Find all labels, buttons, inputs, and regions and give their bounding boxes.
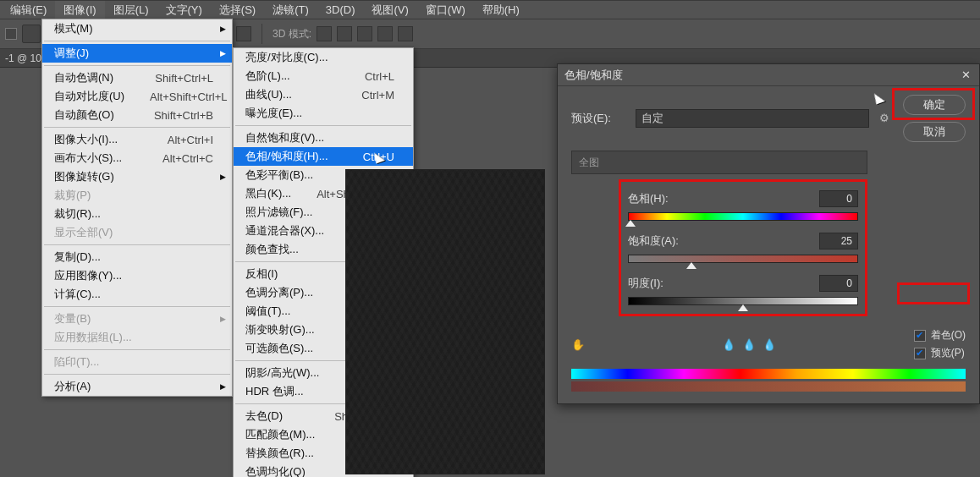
menu-auto-contrast[interactable]: 自动对比度(U)Alt+Shift+Ctrl+L [42,87,232,106]
sliders-highlight: 色相(H): 0 饱和度(A): 25 明度(I): 0 [619,179,867,316]
preview-checkbox[interactable]: ✔预览(P) [914,346,965,360]
menu-levels[interactable]: 色阶(L)...Ctrl+L [234,67,413,85]
saturation-slider[interactable] [628,255,858,263]
hue-bar-bottom [571,381,966,392]
menu-filter[interactable]: 滤镜(T) [264,1,317,19]
3d-orbit-icon[interactable] [317,26,332,41]
hue-value[interactable]: 0 [819,190,858,207]
menu-window[interactable]: 窗口(W) [417,1,474,19]
menu-3d[interactable]: 3D(D) [317,2,364,18]
saturation-label: 饱和度(A): [628,233,679,249]
menu-view[interactable]: 视图(V) [363,1,416,19]
menu-trap[interactable]: 陷印(T)... [42,353,232,371]
hue-label: 色相(H): [628,191,669,206]
channel-select[interactable]: 全图 [571,151,867,174]
menu-crop[interactable]: 裁剪(P) [42,186,232,205]
menu-calculations[interactable]: 计算(C)... [42,285,232,304]
menu-vibrance[interactable]: 自然饱和度(V)... [234,129,413,147]
menu-analysis[interactable]: 分析(A) [42,377,232,396]
3d-slide-icon[interactable] [377,26,393,41]
hue-slider[interactable] [628,212,858,221]
menu-adjustments[interactable]: 调整(J) [42,44,232,63]
menu-trim[interactable]: 裁切(R)... [42,205,232,223]
lightness-label: 明度(I): [628,276,663,291]
menu-edit[interactable]: 编辑(E) [2,1,55,19]
menu-image-rotation[interactable]: 图像旋转(G) [42,167,232,186]
menu-duplicate[interactable]: 复制(D)... [42,248,232,266]
menu-apply-image[interactable]: 应用图像(Y)... [42,266,232,285]
menu-mode[interactable]: 模式(M) [42,19,232,38]
eyedropper-icon[interactable]: 💧 [722,338,735,351]
close-icon[interactable]: ✕ [959,69,972,81]
gear-icon[interactable]: ⚙ [879,112,893,125]
lightness-value[interactable]: 0 [819,275,858,292]
tool-preset-icon[interactable] [22,25,41,43]
menu-type[interactable]: 文字(Y) [157,1,211,19]
dialog-titlebar[interactable]: 色相/饱和度 ✕ [558,64,979,86]
autoselect-checkbox[interactable] [5,28,17,40]
menu-select[interactable]: 选择(S) [211,1,264,19]
eyedropper-minus-icon[interactable]: 💧 [763,338,776,351]
menubar: 编辑(E) 图像(I) 图层(L) 文字(Y) 选择(S) 滤镜(T) 3D(D… [0,0,980,19]
document-canvas[interactable] [345,169,545,474]
3d-scale-icon[interactable] [398,26,413,41]
hue-bars [571,369,966,392]
hue-slider-row: 色相(H): 0 [628,190,858,221]
cancel-button[interactable]: 取消 [903,122,966,142]
menu-help[interactable]: 帮助(H) [474,1,528,19]
dialog-title: 色相/饱和度 [564,68,623,83]
annotation-ok-highlight [892,88,975,120]
menu-image-size[interactable]: 图像大小(I)...Alt+Ctrl+I [42,130,232,149]
menu-image[interactable]: 图像(I) [55,1,104,19]
menu-exposure[interactable]: 曝光度(E)... [234,104,413,123]
saturation-slider-row: 饱和度(A): 25 [628,233,858,263]
preset-select[interactable]: 自定 [636,109,869,128]
menu-auto-color[interactable]: 自动颜色(O)Shift+Ctrl+B [42,106,232,124]
lightness-slider[interactable] [628,297,858,305]
saturation-value[interactable]: 25 [819,233,858,249]
document-tab[interactable]: -1 @ 10 [3,52,43,64]
menu-image-dropdown: 模式(M) 调整(J) 自动色调(N)Shift+Ctrl+L 自动对比度(U)… [41,19,233,397]
eyedropper-plus-icon[interactable]: 💧 [742,338,756,351]
hue-bar-top [571,369,966,379]
menu-curves[interactable]: 曲线(U)...Ctrl+M [234,85,413,104]
menu-canvas-size[interactable]: 画布大小(S)...Alt+Ctrl+C [42,149,232,167]
preset-label: 预设(E): [571,111,625,126]
menu-auto-tone[interactable]: 自动色调(N)Shift+Ctrl+L [42,69,232,87]
colorize-checkbox[interactable]: ✔着色(O) [914,328,966,343]
menu-brightness-contrast[interactable]: 亮度/对比度(C)... [234,48,413,67]
menu-variables[interactable]: 变量(B) [42,310,232,328]
3d-pan-icon[interactable] [357,26,372,41]
menu-layer[interactable]: 图层(L) [105,1,157,19]
lightness-slider-row: 明度(I): 0 [628,275,858,305]
hand-icon[interactable]: ✋ [571,338,585,351]
3d-roll-icon[interactable] [337,26,352,41]
menu-apply-dataset[interactable]: 应用数据组(L)... [42,328,232,347]
menu-hue-saturation[interactable]: 色相/饱和度(H)...Ctrl+U [234,147,413,166]
3d-mode-label: 3D 模式: [273,27,311,41]
distribute-v-icon[interactable] [236,26,251,41]
menu-reveal-all[interactable]: 显示全部(V) [42,223,232,242]
